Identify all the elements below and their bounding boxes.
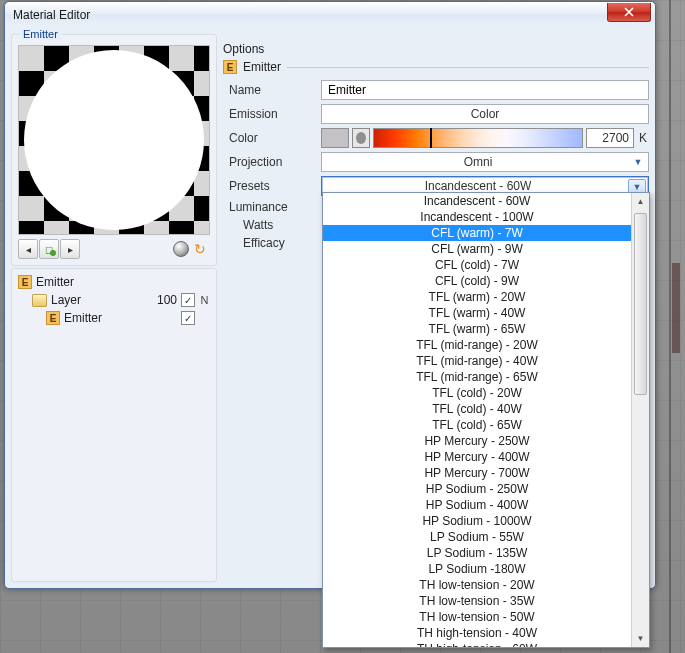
window-title: Material Editor xyxy=(13,8,90,22)
titlebar[interactable]: Material Editor xyxy=(5,2,655,28)
materials-root-label: Emitter xyxy=(36,275,74,289)
preset-option[interactable]: TFL (cold) - 65W xyxy=(323,417,631,433)
label-color: Color xyxy=(229,131,321,145)
preset-option[interactable]: CFL (cold) - 9W xyxy=(323,273,631,289)
tree-row-emitter[interactable]: E Emitter ✓ xyxy=(16,309,212,327)
layer-label: Layer xyxy=(51,293,81,307)
label-emission: Emission xyxy=(229,107,321,121)
preset-option[interactable]: TFL (mid-range) - 20W xyxy=(323,337,631,353)
texture-swatch[interactable] xyxy=(352,128,370,148)
preset-option[interactable]: TFL (warm) - 20W xyxy=(323,289,631,305)
name-input[interactable] xyxy=(321,80,649,100)
preset-option[interactable]: HP Mercury - 700W xyxy=(323,465,631,481)
preview-group-title: Emitter xyxy=(19,28,62,40)
sphere-preview-icon[interactable] xyxy=(173,241,189,257)
layer-n-label: N xyxy=(199,294,210,306)
preset-option[interactable]: TH high-tension - 60W xyxy=(323,641,631,647)
tree-row-layer[interactable]: Layer 100 ✓ N xyxy=(16,291,212,309)
slider-handle[interactable] xyxy=(430,128,432,148)
preset-option[interactable]: CFL (warm) - 9W xyxy=(323,241,631,257)
emitter-section-header: E Emitter xyxy=(223,60,649,74)
emitter-chip-icon: E xyxy=(46,311,60,325)
emission-type-combo[interactable]: Color xyxy=(321,104,649,124)
preset-option[interactable]: TH low-tension - 50W xyxy=(323,609,631,625)
kelvin-unit: K xyxy=(637,131,649,145)
preset-option[interactable]: Incandescent - 60W xyxy=(323,193,631,209)
scroll-thumb[interactable] xyxy=(634,213,647,395)
base-color-swatch[interactable] xyxy=(321,128,349,148)
emitter-chip-icon: E xyxy=(223,60,237,74)
section-label: Emitter xyxy=(243,60,281,74)
preview-group: Emitter ◂ ◻ ▸ ↻ xyxy=(11,34,217,266)
preset-option[interactable]: LP Sodium - 135W xyxy=(323,545,631,561)
layer-weight: 100 xyxy=(157,293,177,307)
label-watts: Watts xyxy=(229,218,321,232)
folder-icon xyxy=(32,294,47,307)
presets-dropdown-list: Incandescent - 60WIncandescent - 100WCFL… xyxy=(323,193,631,647)
layer-visible-checkbox[interactable]: ✓ xyxy=(181,293,195,307)
preset-option[interactable]: TFL (mid-range) - 40W xyxy=(323,353,631,369)
preset-option[interactable]: HP Mercury - 400W xyxy=(323,449,631,465)
color-temperature-slider[interactable] xyxy=(373,128,583,148)
preset-option[interactable]: LP Sodium -180W xyxy=(323,561,631,577)
refresh-button[interactable]: ↻ xyxy=(190,239,210,259)
kelvin-value[interactable]: 2700 xyxy=(586,128,634,148)
emitter-visible-checkbox[interactable]: ✓ xyxy=(181,311,195,325)
presets-scrollbar[interactable]: ▲ ▼ xyxy=(631,193,649,647)
materials-tree-group: E Emitter Layer 100 ✓ N E E xyxy=(11,268,217,582)
preset-option[interactable]: TFL (warm) - 40W xyxy=(323,305,631,321)
scroll-down-button[interactable]: ▼ xyxy=(632,630,649,647)
preset-option[interactable]: TFL (mid-range) - 65W xyxy=(323,369,631,385)
projection-combo[interactable]: Omni ▼ xyxy=(321,152,649,172)
preset-option[interactable]: TFL (warm) - 65W xyxy=(323,321,631,337)
label-luminance: Luminance xyxy=(229,200,321,214)
preset-option[interactable]: CFL (warm) - 7W xyxy=(323,225,631,241)
preset-option[interactable]: TH high-tension - 40W xyxy=(323,625,631,641)
presets-dropdown: Incandescent - 60WIncandescent - 100WCFL… xyxy=(322,192,650,648)
preset-option[interactable]: TFL (cold) - 20W xyxy=(323,385,631,401)
scroll-up-button[interactable]: ▲ xyxy=(632,193,649,210)
projection-value: Omni xyxy=(464,155,493,169)
preset-option[interactable]: HP Sodium - 250W xyxy=(323,481,631,497)
emitter-chip-icon: E xyxy=(18,275,32,289)
preset-option[interactable]: Incandescent - 100W xyxy=(323,209,631,225)
material-preview[interactable] xyxy=(18,45,210,235)
preset-option[interactable]: HP Sodium - 400W xyxy=(323,497,631,513)
emitter-row-label: Emitter xyxy=(64,311,102,325)
label-name: Name xyxy=(229,83,321,97)
preset-option[interactable]: LP Sodium - 55W xyxy=(323,529,631,545)
materials-root[interactable]: E Emitter xyxy=(16,273,212,291)
preview-sphere xyxy=(24,50,204,230)
preset-option[interactable]: TH low-tension - 20W xyxy=(323,577,631,593)
preview-prev-button[interactable]: ◂ xyxy=(18,239,38,259)
emission-type-label: Color xyxy=(471,107,500,121)
options-heading: Options xyxy=(223,42,649,56)
window-close-button[interactable] xyxy=(607,3,651,22)
preview-next-button[interactable]: ▸ xyxy=(60,239,80,259)
preset-option[interactable]: TH low-tension - 35W xyxy=(323,593,631,609)
preview-toolbar: ◂ ◻ ▸ ↻ xyxy=(18,239,210,259)
preset-option[interactable]: TFL (cold) - 40W xyxy=(323,401,631,417)
preset-option[interactable]: HP Mercury - 250W xyxy=(323,433,631,449)
preset-option[interactable]: CFL (cold) - 7W xyxy=(323,257,631,273)
label-projection: Projection xyxy=(229,155,321,169)
preview-view-button[interactable]: ◻ xyxy=(39,239,59,259)
chevron-down-icon: ▼ xyxy=(630,155,646,169)
preset-option[interactable]: HP Sodium - 1000W xyxy=(323,513,631,529)
close-icon xyxy=(624,7,634,17)
label-efficacy: Efficacy xyxy=(229,236,321,250)
label-presets: Presets xyxy=(229,179,321,193)
presets-value: Incandescent - 60W xyxy=(425,179,532,193)
